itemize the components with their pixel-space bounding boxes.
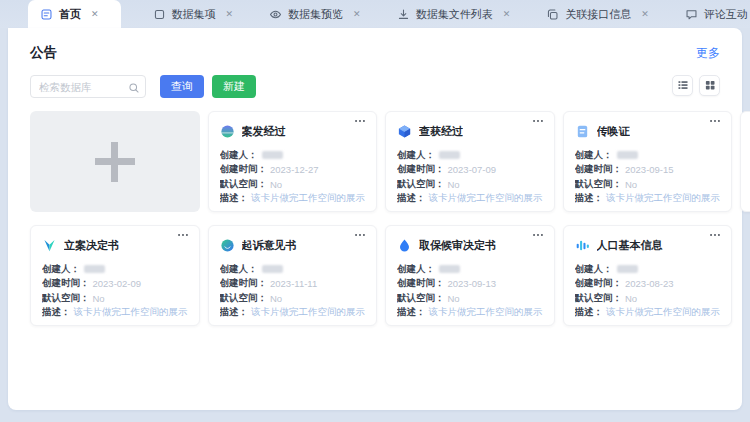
default-space-label: 默认空间：: [220, 178, 268, 191]
dataset-card[interactable]: 起诉意见书 创建人： 创建时间： 2023-11-11 默认空间： No 描述：…: [208, 225, 378, 326]
creator-field: 创建人：: [397, 262, 543, 277]
droplet-icon: [220, 238, 235, 253]
description-value: 该卡片做完工作空间的展示: [606, 306, 720, 319]
tab-label: 关联接口信息: [565, 7, 631, 22]
created-value: 2023-08-23: [625, 278, 674, 289]
square-icon: [153, 8, 166, 21]
list-view-icon: [677, 77, 689, 95]
created-field: 创建时间： 2023-11-11: [220, 277, 366, 292]
more-options-icon[interactable]: [531, 228, 545, 246]
description-field: 描述： 该卡片做完工作空间的展示: [575, 192, 721, 207]
creator-label: 创建人：: [397, 263, 435, 276]
description-value: 该卡片做完工作空间的展示: [429, 192, 543, 205]
created-field: 创建时间： 2023-09-13: [397, 277, 543, 292]
grid-view-button[interactable]: [699, 75, 720, 96]
tab-close-icon[interactable]: ✕: [226, 9, 234, 19]
creator-label: 创建人：: [42, 263, 80, 276]
dataset-card[interactable]: 案发经过 创建人： 创建时间： 2023-12-27 默认空间： No 描述： …: [208, 111, 378, 212]
created-value: 2023-09-13: [448, 278, 497, 289]
dataset-card[interactable]: 查获经过 创建人： 创建时间： 2023-07-09 默认空间： No 描述： …: [385, 111, 555, 212]
download-icon: [397, 8, 410, 21]
default-space-label: 默认空间：: [575, 292, 623, 305]
dataset-card[interactable]: 检验报告 创建人： 创建时间： 2023-07-06 默认空间： No 描述： …: [740, 111, 750, 212]
add-card[interactable]: [30, 111, 200, 212]
more-options-icon[interactable]: [176, 228, 190, 246]
creator-redacted-value: [439, 265, 460, 273]
description-label: 描述：: [575, 306, 604, 319]
description-value: 该卡片做完工作空间的展示: [251, 192, 365, 205]
default-space-field: 默认空间： No: [220, 177, 366, 192]
tab-close-icon[interactable]: ✕: [91, 9, 99, 19]
created-label: 创建时间：: [397, 277, 445, 290]
doc-icon: [40, 8, 53, 21]
description-label: 描述：: [220, 192, 249, 205]
more-options-icon[interactable]: [708, 228, 722, 246]
document-icon: [575, 124, 590, 139]
tab-label: 数据集项: [172, 7, 216, 22]
tab-数据集项[interactable]: 数据集项 ✕: [143, 0, 244, 28]
default-space-value: No: [625, 179, 637, 190]
default-space-label: 默认空间：: [397, 292, 445, 305]
card-header: 立案决定书: [42, 238, 188, 253]
main-panel: 公告 更多 查询 新建 案发经过: [8, 28, 742, 410]
created-value: 2023-09-15: [625, 164, 674, 175]
creator-label: 创建人：: [220, 263, 258, 276]
creator-field: 创建人：: [575, 262, 721, 277]
dataset-card[interactable]: 人口基本信息 创建人： 创建时间： 2023-08-23 默认空间： No 描述…: [563, 225, 733, 326]
card-grid: 案发经过 创建人： 创建时间： 2023-12-27 默认空间： No 描述： …: [30, 111, 720, 326]
tab-关联接口信息[interactable]: 关联接口信息 ✕: [536, 0, 659, 28]
default-space-field: 默认空间： No: [575, 291, 721, 306]
default-space-label: 默认空间：: [220, 292, 268, 305]
view-toggles: [672, 75, 720, 96]
create-button[interactable]: 新建: [212, 75, 256, 98]
creator-redacted-value: [262, 151, 283, 159]
plus-icon: [95, 142, 135, 182]
description-field: 描述： 该卡片做完工作空间的展示: [220, 306, 366, 321]
more-options-icon[interactable]: [353, 114, 367, 132]
tab-label: 首页: [59, 7, 81, 22]
description-value: 该卡片做完工作空间的展示: [429, 306, 543, 319]
copy-icon: [546, 8, 559, 21]
default-space-value: No: [93, 293, 105, 304]
creator-redacted-value: [84, 265, 105, 273]
tab-close-icon[interactable]: ✕: [641, 9, 649, 19]
default-space-value: No: [270, 179, 282, 190]
search-icon: [128, 80, 140, 98]
description-value: 该卡片做完工作空间的展示: [74, 306, 188, 319]
waveform-icon: [575, 238, 590, 253]
dataset-card[interactable]: 立案决定书 创建人： 创建时间： 2023-02-09 默认空间： No 描述：…: [30, 225, 200, 326]
card-title: 查获经过: [419, 124, 463, 139]
description-field: 描述： 该卡片做完工作空间的展示: [220, 192, 366, 207]
description-field: 描述： 该卡片做完工作空间的展示: [42, 306, 188, 321]
tab-数据集文件列表[interactable]: 数据集文件列表 ✕: [387, 0, 521, 28]
more-options-icon[interactable]: [708, 114, 722, 132]
panel-header: 公告 更多: [30, 44, 720, 62]
created-value: 2023-07-09: [448, 164, 497, 175]
more-options-icon[interactable]: [531, 114, 545, 132]
card-title: 传唤证: [597, 124, 630, 139]
default-space-value: No: [270, 293, 282, 304]
default-space-field: 默认空间： No: [397, 177, 543, 192]
description-field: 描述： 该卡片做完工作空间的展示: [397, 192, 543, 207]
more-link[interactable]: 更多: [696, 45, 720, 62]
description-label: 描述：: [575, 192, 604, 205]
tab-数据集预览[interactable]: 数据集预览 ✕: [259, 0, 371, 28]
dataset-card[interactable]: 传唤证 创建人： 创建时间： 2023-09-15 默认空间： No 描述： 该…: [563, 111, 733, 212]
more-options-icon[interactable]: [353, 228, 367, 246]
tab-评论互动[interactable]: 评论互动 ✕: [675, 0, 750, 28]
card-fields: 创建人： 创建时间： 2023-07-09 默认空间： No 描述： 该卡片做完…: [397, 148, 543, 206]
creator-label: 创建人：: [397, 149, 435, 162]
tab-close-icon[interactable]: ✕: [503, 9, 511, 19]
card-fields: 创建人： 创建时间： 2023-09-15 默认空间： No 描述： 该卡片做完…: [575, 148, 721, 206]
eye-icon: [269, 8, 282, 21]
drop-icon: [397, 238, 412, 253]
default-space-label: 默认空间：: [575, 178, 623, 191]
query-button[interactable]: 查询: [160, 75, 204, 98]
tab-close-icon[interactable]: ✕: [353, 9, 361, 19]
card-fields: 创建人： 创建时间： 2023-08-23 默认空间： No 描述： 该卡片做完…: [575, 262, 721, 320]
tab-首页[interactable]: 首页 ✕: [28, 0, 121, 28]
list-view-button[interactable]: [672, 75, 693, 96]
creator-label: 创建人：: [220, 149, 258, 162]
card-title: 案发经过: [242, 124, 286, 139]
dataset-card[interactable]: 取保候审决定书 创建人： 创建时间： 2023-09-13 默认空间： No 描…: [385, 225, 555, 326]
